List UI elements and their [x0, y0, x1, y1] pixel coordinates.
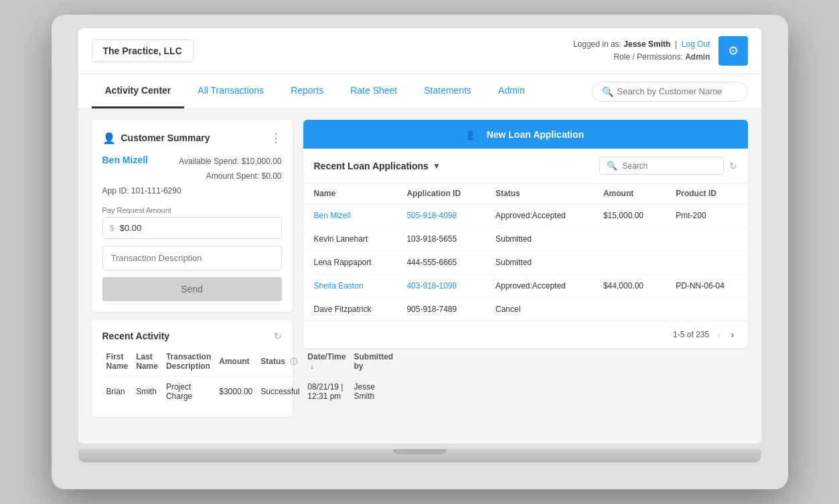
loan-name[interactable]: Sheila Easton: [303, 274, 396, 298]
laptop-screen: The Practice, LLC Logged in as: Jesse Sm…: [78, 28, 761, 444]
pagination-next-button[interactable]: ›: [729, 328, 737, 341]
user-info: Logged in as: Jesse Smith | Log Out Role…: [573, 38, 710, 64]
send-button[interactable]: Send: [102, 277, 282, 301]
recent-loan-applications-label: Recent Loan Applications: [314, 161, 429, 171]
pay-input-wrapper: $: [102, 217, 282, 239]
loan-status: Submitted: [485, 228, 593, 251]
activity-amount: $3000.00: [215, 377, 256, 407]
loans-table-header-row: Name Application ID Status Amount Produc…: [303, 183, 748, 204]
loans-table-row: Dave Fitzpatrick 905-918-7489 Cancel: [303, 298, 748, 321]
amount-spent: Amount Spent: $0.00: [179, 169, 281, 184]
refresh-icon[interactable]: ↻: [274, 331, 282, 341]
transaction-description-input[interactable]: [102, 246, 282, 270]
new-loan-application-button[interactable]: 👥 New Loan Application: [303, 120, 748, 149]
col-last-name: Last Name: [132, 349, 162, 377]
dropdown-arrow-icon[interactable]: ▼: [433, 161, 441, 171]
loans-col-amount: Amount: [593, 183, 665, 204]
loan-app-id[interactable]: 505-918-4098: [396, 204, 485, 228]
laptop-base: [78, 449, 761, 463]
loan-search-wrapper: 🔍: [599, 157, 724, 175]
loan-name: Dave Fitzpatrick: [303, 298, 396, 321]
nav-item-admin[interactable]: Admin: [485, 74, 538, 108]
pagination-info: 1-5 of 235: [673, 330, 709, 339]
table-footer: 1-5 of 235 ‹ ›: [303, 321, 748, 348]
role-text: Role / Permissions: Admin: [573, 51, 710, 64]
nav-item-reports[interactable]: Reports: [277, 74, 337, 108]
loan-product-id: Pmt-200: [665, 204, 747, 228]
loan-name: Lena Rappaport: [303, 251, 396, 274]
activity-first-name: Brian: [102, 377, 133, 407]
username: Jesse Smith: [623, 39, 670, 49]
loan-product-id: [665, 298, 747, 321]
card-header: 👤 Customer Summary ⋮: [102, 131, 282, 145]
loans-col-name: Name: [303, 183, 396, 204]
person-add-icon: 👥: [467, 128, 480, 141]
loans-table-row: Ben Mizell 505-918-4098 Approved:Accepte…: [303, 204, 748, 228]
loan-status: Cancel: [485, 298, 593, 321]
loan-status: Submitted: [485, 251, 593, 274]
col-first-name: First Name: [102, 349, 133, 377]
loan-app-card: 👥 New Loan Application Recent Loan Appli…: [303, 120, 748, 348]
top-bar: The Practice, LLC Logged in as: Jesse Sm…: [78, 28, 761, 74]
pay-request-label: Pay Request Amount: [102, 206, 282, 214]
nav-item-all-transactions[interactable]: All Transactions: [184, 74, 277, 108]
loans-col-product-id: Product ID: [665, 183, 747, 204]
brand-name: The Practice, LLC: [92, 39, 194, 62]
recent-activity-card: Recent Activity ↻ First Name Last Name T…: [92, 320, 293, 417]
nav-item-rate-sheet[interactable]: Rate Sheet: [337, 74, 410, 108]
customer-summary-title: Customer Summary: [121, 133, 210, 143]
activity-header: Recent Activity ↻: [102, 331, 282, 341]
more-options-icon[interactable]: ⋮: [270, 131, 282, 145]
nav-search-wrapper: 🔍: [592, 82, 748, 102]
new-loan-label: New Loan Application: [487, 129, 585, 140]
loan-refresh-icon[interactable]: ↻: [729, 161, 737, 171]
search-input[interactable]: [617, 86, 738, 96]
loan-list-header: Recent Loan Applications ▼ 🔍 ↻: [303, 149, 748, 183]
loan-list-title: Recent Loan Applications ▼: [314, 161, 441, 171]
app-id: App ID: 101-111-6290: [102, 186, 181, 195]
loan-amount: $15,000.00: [593, 204, 665, 228]
loans-table-body: Ben Mizell 505-918-4098 Approved:Accepte…: [303, 204, 748, 321]
pagination-prev-button[interactable]: ‹: [714, 328, 723, 341]
activity-title: Recent Activity: [102, 331, 170, 341]
settings-button[interactable]: ⚙: [718, 36, 748, 66]
col-status: Status ⓘ: [256, 349, 303, 377]
search-icon: 🔍: [602, 86, 613, 97]
col-amount: Amount: [215, 349, 256, 377]
nav-bar: Activity Center All Transactions Reports…: [78, 74, 761, 109]
loan-search-input[interactable]: [623, 161, 716, 171]
top-right: Logged in as: Jesse Smith | Log Out Role…: [573, 36, 748, 66]
loans-table: Name Application ID Status Amount Produc…: [303, 183, 748, 321]
loan-product-id: PD-NN-06-04: [665, 274, 747, 298]
nav-item-statements[interactable]: Statements: [410, 74, 485, 108]
loans-table-row: Lena Rappaport 444-555-6665 Submitted: [303, 251, 748, 274]
loan-app-id: 905-918-7489: [396, 298, 485, 321]
role-value: Admin: [685, 52, 710, 62]
loan-app-id[interactable]: 403-918-1098: [396, 274, 485, 298]
logged-in-text: Logged in as: Jesse Smith | Log Out: [573, 38, 710, 51]
loans-col-app-id: Application ID: [396, 183, 485, 204]
loan-search-icon: 🔍: [607, 161, 617, 171]
loan-amount: [593, 228, 665, 251]
loans-table-row: Kevin Lanehart 103-918-5655 Submitted: [303, 228, 748, 251]
loans-table-row: Sheila Easton 403-918-1098 Approved:Acce…: [303, 274, 748, 298]
loan-name[interactable]: Ben Mizell: [303, 204, 396, 228]
laptop-frame: The Practice, LLC Logged in as: Jesse Sm…: [52, 15, 788, 489]
loan-amount: [593, 298, 665, 321]
loan-name: Kevin Lanehart: [303, 228, 396, 251]
customer-name-link[interactable]: Ben Mizell: [102, 155, 148, 165]
loan-app-id: 444-555-6665: [396, 251, 485, 274]
status-help-icon: ⓘ: [290, 357, 297, 365]
gear-icon: ⚙: [728, 44, 739, 58]
nav-item-activity-center[interactable]: Activity Center: [92, 74, 185, 108]
pay-amount-input[interactable]: [120, 223, 275, 233]
activity-description: Project Charge: [162, 377, 215, 407]
loan-amount: $44,000.00: [593, 274, 665, 298]
dollar-icon: $: [110, 223, 115, 233]
loan-product-id: [665, 228, 747, 251]
laptop-notch: [393, 449, 447, 454]
logout-link[interactable]: Log Out: [682, 39, 710, 49]
loan-amount: [593, 251, 665, 274]
col-transaction-desc: Transaction Description: [162, 349, 215, 377]
activity-last-name: Smith: [132, 377, 162, 407]
